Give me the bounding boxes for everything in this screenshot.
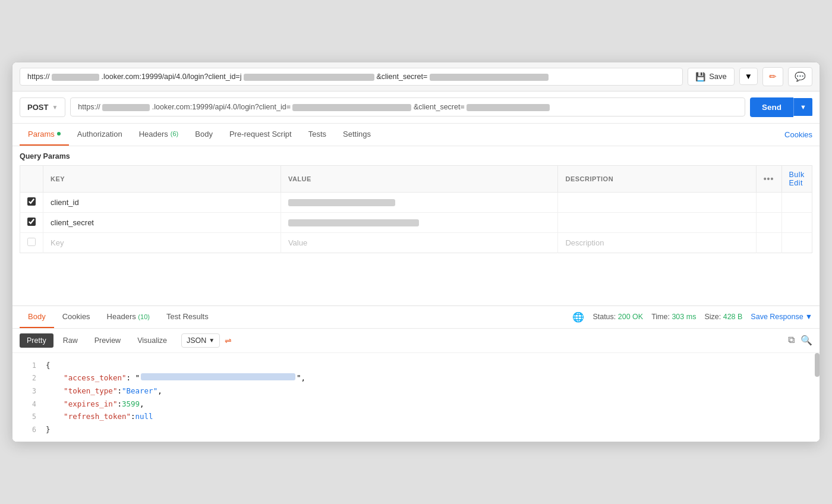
empty-space — [12, 253, 820, 301]
save-button[interactable]: 💾 Save — [688, 68, 735, 86]
table-row: client_secret — [20, 212, 812, 232]
format-select-label: JSON — [187, 336, 206, 345]
globe-icon: 🌐 — [572, 311, 584, 323]
req-url-prefix: https:// — [78, 103, 100, 111]
format-right-icons: ⧉ 🔍 — [788, 335, 812, 346]
placeholder-value[interactable]: Value — [281, 232, 558, 253]
resp-tab-test-results-label: Test Results — [166, 312, 209, 321]
json-line-2: 2 "access_token" : " ", — [12, 371, 820, 385]
tab-tests-label: Tests — [308, 130, 326, 138]
fmt-tab-visualize[interactable]: Visualize — [130, 333, 174, 348]
chevron-down-icon: ▼ — [745, 72, 752, 81]
json-bracket-close: } — [46, 423, 51, 436]
table-row: client_id — [20, 192, 812, 212]
row2-value-redacted — [288, 219, 419, 226]
comment-icon: 💬 — [795, 71, 806, 81]
fmt-tab-pretty[interactable]: Pretty — [20, 333, 53, 348]
tab-params[interactable]: Params — [20, 124, 69, 146]
scrollbar[interactable] — [815, 353, 820, 377]
resp-tab-test-results[interactable]: Test Results — [158, 306, 217, 328]
app-window: https:// .looker.com:19999/api/4.0/login… — [12, 62, 820, 442]
json-line-3: 3 "token_type" : "Bearer" , — [12, 385, 820, 398]
method-chevron-icon: ▼ — [52, 104, 58, 111]
url-suffix: &client_secret= — [376, 73, 427, 81]
send-main-button[interactable]: Send — [750, 97, 793, 117]
tab-authorization[interactable]: Authorization — [69, 124, 131, 146]
row2-description — [558, 212, 756, 232]
time-value: 303 ms — [672, 313, 696, 321]
line-num-3: 3 — [20, 386, 36, 398]
send-button-group: Send ▼ — [750, 97, 812, 117]
top-url-bar[interactable]: https:// .looker.com:19999/api/4.0/login… — [20, 68, 683, 86]
format-select[interactable]: JSON ▼ — [181, 333, 220, 348]
row1-description — [558, 192, 756, 212]
resp-tab-headers[interactable]: Headers (10) — [99, 306, 158, 328]
response-tabs-row: Body Cookies Headers (10) Test Results 🌐… — [12, 306, 820, 329]
size-value: 428 B — [723, 313, 743, 321]
placeholder-checkbox[interactable] — [27, 238, 36, 246]
fmt-raw-label: Raw — [63, 336, 78, 345]
request-tabs-row: Params Authorization Headers (6) Body Pr… — [12, 124, 820, 146]
response-meta: 🌐 Status: 200 OK Time: 303 ms Size: 428 … — [572, 311, 812, 323]
cookies-link[interactable]: Cookies — [784, 130, 812, 139]
resp-tab-body-label: Body — [28, 312, 46, 321]
save-dropdown-button[interactable]: ▼ — [739, 68, 758, 85]
placeholder-bulk — [781, 232, 812, 253]
more-options-icon[interactable]: ••• — [764, 174, 774, 184]
json-comma-4: , — [140, 398, 144, 410]
url-redacted-3 — [430, 74, 549, 81]
query-params-title: Query Params — [20, 152, 812, 160]
placeholder-actions — [756, 232, 781, 253]
fmt-tab-preview[interactable]: Preview — [87, 333, 128, 348]
tab-headers[interactable]: Headers (6) — [131, 124, 187, 146]
copy-icon[interactable]: ⧉ — [788, 335, 795, 346]
json-access-token-redacted — [141, 373, 295, 380]
row2-checkbox[interactable] — [27, 218, 36, 226]
json-line-5: 5 "refresh_token" : null — [12, 410, 820, 423]
placeholder-key[interactable]: Key — [43, 232, 281, 253]
row1-checkbox-cell — [20, 192, 43, 212]
method-select[interactable]: POST ▼ — [20, 97, 65, 117]
url-middle: .looker.com:19999/api/4.0/login?client_i… — [102, 73, 242, 81]
resp-tab-body[interactable]: Body — [20, 306, 54, 328]
headers-badge: (6) — [171, 130, 178, 137]
bulk-edit-button[interactable]: Bulk Edit — [789, 171, 805, 187]
placeholder-description-text: Description — [565, 238, 604, 247]
placeholder-description[interactable]: Description — [558, 232, 756, 253]
col-key: KEY — [43, 165, 281, 192]
col-checkbox — [20, 165, 43, 192]
tab-authorization-label: Authorization — [77, 130, 122, 138]
edit-icon-button[interactable]: ✏ — [762, 67, 783, 86]
resp-tab-cookies[interactable]: Cookies — [54, 306, 99, 328]
save-response-button[interactable]: Save Response ▼ — [751, 313, 812, 321]
json-bracket-open: { — [46, 359, 51, 371]
json-colon-2: : " — [126, 371, 140, 384]
send-dropdown-button[interactable]: ▼ — [793, 98, 812, 116]
request-url-input[interactable]: https:// .looker.com:19999/api/4.0/login… — [70, 97, 745, 116]
placeholder-value-text: Value — [288, 238, 307, 247]
fmt-visualize-label: Visualize — [137, 336, 167, 345]
row2-bulk — [781, 212, 812, 232]
search-icon[interactable]: 🔍 — [801, 335, 812, 346]
col-actions: ••• — [756, 165, 781, 192]
json-comma-3: , — [157, 385, 162, 397]
row1-key-text: client_id — [51, 198, 79, 207]
row2-value — [281, 212, 558, 232]
format-bar: Pretty Raw Preview Visualize JSON ▼ ⇌ ⧉ … — [12, 329, 820, 353]
tab-body[interactable]: Body — [187, 124, 221, 146]
tab-prerequest[interactable]: Pre-request Script — [221, 124, 300, 146]
req-url-suffix: &client_secret= — [414, 103, 465, 111]
filter-icon[interactable]: ⇌ — [225, 336, 232, 345]
tab-settings[interactable]: Settings — [335, 124, 379, 146]
req-url-redacted-1 — [102, 104, 150, 111]
url-text: https:// — [27, 73, 50, 81]
comment-icon-button[interactable]: 💬 — [788, 67, 812, 86]
tab-tests[interactable]: Tests — [300, 124, 335, 146]
params-dot-indicator — [57, 132, 61, 136]
row2-key-text: client_secret — [51, 218, 94, 227]
tab-params-label: Params — [28, 130, 55, 138]
json-viewer: 1 { 2 "access_token" : " ", 3 "token_typ… — [12, 353, 820, 442]
fmt-tab-raw[interactable]: Raw — [56, 333, 85, 348]
json-line-6: 6 } — [12, 423, 820, 436]
row1-checkbox[interactable] — [27, 197, 36, 206]
